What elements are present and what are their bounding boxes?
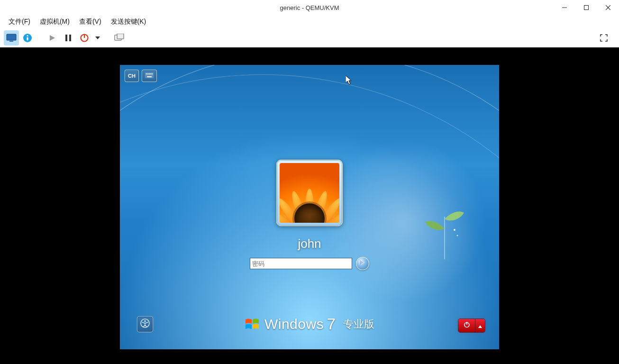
toolbar-fullscreen-button[interactable] xyxy=(596,30,611,46)
toolbar xyxy=(0,28,619,47)
svg-point-18 xyxy=(457,235,458,237)
arrow-right-icon xyxy=(359,259,366,268)
svg-rect-24 xyxy=(152,73,153,74)
pause-icon xyxy=(65,35,71,41)
input-language-label: CH xyxy=(128,73,136,79)
power-icon xyxy=(464,321,470,330)
fullscreen-icon xyxy=(600,34,608,42)
svg-rect-19 xyxy=(145,73,154,78)
menubar: 文件(F) 虚拟机(M) 查看(V) 发送按键(K) xyxy=(0,15,619,28)
menu-vm[interactable]: 虚拟机(M) xyxy=(35,17,74,27)
svg-rect-8 xyxy=(27,37,28,41)
svg-marker-32 xyxy=(478,325,482,328)
branding-wordmark: Windows xyxy=(264,316,324,332)
vm-viewport: CH xyxy=(0,47,619,364)
toolbar-shutdown-button[interactable] xyxy=(77,30,92,46)
window-close-button[interactable] xyxy=(597,0,619,15)
svg-marker-27 xyxy=(360,260,364,265)
window-titlebar: generic - QEMU/KVM xyxy=(0,0,619,15)
svg-marker-14 xyxy=(95,36,100,39)
chevron-down-icon xyxy=(95,36,100,39)
password-input[interactable] xyxy=(250,258,352,269)
chevron-up-icon xyxy=(478,321,482,330)
windows-branding: Windows 7 专业版 xyxy=(245,315,374,333)
avatar-frame xyxy=(276,160,343,226)
power-options-button[interactable] xyxy=(475,319,485,332)
info-icon xyxy=(23,33,32,43)
decorative-sprout xyxy=(423,193,466,259)
flower-icon xyxy=(280,163,339,223)
svg-rect-4 xyxy=(7,34,16,40)
svg-rect-23 xyxy=(150,73,151,74)
svg-rect-22 xyxy=(149,73,150,74)
svg-marker-9 xyxy=(50,35,55,41)
toolbar-console-button[interactable] xyxy=(4,30,19,46)
power-icon xyxy=(80,34,89,42)
input-language-button[interactable]: CH xyxy=(125,70,139,82)
svg-rect-20 xyxy=(146,73,147,74)
username-label: john xyxy=(298,237,321,251)
accessibility-icon xyxy=(140,318,150,330)
window-maximize-button[interactable] xyxy=(575,0,597,15)
toolbar-pause-button[interactable] xyxy=(61,30,76,46)
svg-point-29 xyxy=(144,320,146,322)
keyboard-icon xyxy=(145,73,154,79)
toolbar-snapshots-button[interactable] xyxy=(112,30,127,46)
snapshots-icon xyxy=(114,34,125,42)
power-button[interactable] xyxy=(458,319,475,332)
toolbar-info-button[interactable] xyxy=(20,30,35,46)
menu-view[interactable]: 查看(V) xyxy=(74,17,106,27)
svg-point-7 xyxy=(27,35,28,36)
toolbar-play-button[interactable] xyxy=(45,30,60,46)
svg-rect-25 xyxy=(147,76,152,77)
branding-version: 7 xyxy=(327,315,336,333)
svg-rect-16 xyxy=(117,34,124,39)
svg-rect-5 xyxy=(9,41,13,42)
window-title: generic - QEMU/KVM xyxy=(280,4,339,11)
svg-rect-21 xyxy=(147,73,148,74)
ease-of-access-button[interactable] xyxy=(137,316,153,332)
window-minimize-button[interactable] xyxy=(554,0,575,15)
svg-rect-10 xyxy=(65,35,67,41)
svg-rect-11 xyxy=(69,35,71,41)
menu-sendkey[interactable]: 发送按键(K) xyxy=(106,17,151,27)
guest-screen[interactable]: CH xyxy=(120,65,499,349)
svg-rect-1 xyxy=(584,6,589,10)
menu-file[interactable]: 文件(F) xyxy=(4,17,35,27)
login-user-tile: john xyxy=(238,160,381,270)
submit-login-button[interactable] xyxy=(356,257,369,270)
onscreen-keyboard-button[interactable] xyxy=(142,70,157,82)
toolbar-shutdown-dropdown[interactable] xyxy=(93,30,102,46)
play-icon xyxy=(49,35,55,41)
branding-edition: 专业版 xyxy=(343,317,374,331)
windows-flag-icon xyxy=(245,317,260,332)
console-icon xyxy=(6,34,17,42)
svg-point-17 xyxy=(454,229,455,231)
